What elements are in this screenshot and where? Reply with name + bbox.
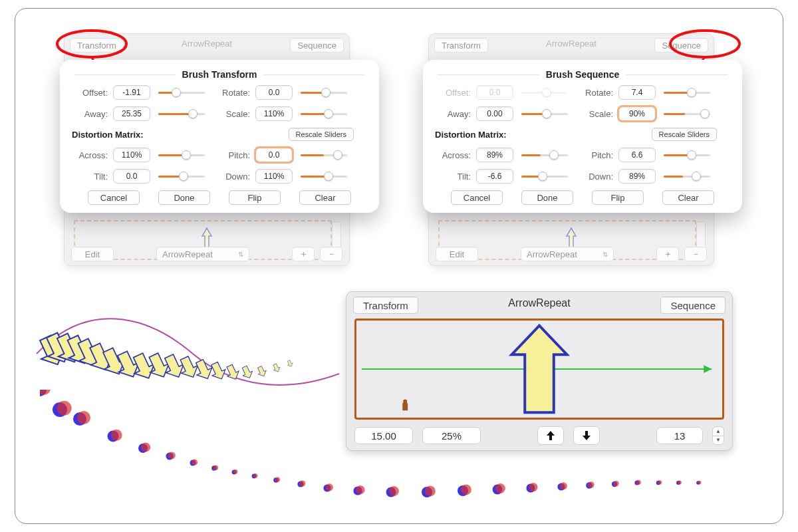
tilt-label: Tilt: xyxy=(72,172,108,182)
scale-field[interactable]: 90% xyxy=(618,106,656,121)
pitch-label: Pitch: xyxy=(580,150,613,160)
arrow-up-icon xyxy=(546,430,555,441)
tilt-slider[interactable] xyxy=(521,170,568,183)
rotate-field[interactable]: 7.4 xyxy=(618,85,656,100)
chevron-up-icon: ▲ xyxy=(713,427,724,436)
rotate-slider[interactable] xyxy=(301,86,347,99)
panel-title: ArrowRepeat xyxy=(429,39,714,49)
pitch-field[interactable]: 0.0 xyxy=(255,148,293,162)
across-label: Across: xyxy=(72,150,108,160)
remove-button[interactable]: － xyxy=(684,247,707,261)
away-label: Away: xyxy=(435,109,471,119)
flip-button[interactable]: Flip xyxy=(229,190,281,205)
tilt-slider[interactable] xyxy=(158,170,205,183)
brush-dropdown-label: ArrowRepeat xyxy=(527,249,577,259)
done-button[interactable]: Done xyxy=(158,190,210,205)
scale-slider[interactable] xyxy=(664,107,710,120)
count-stepper[interactable]: ▲ ▼ xyxy=(712,426,724,445)
brush-canvas-svg xyxy=(356,321,722,418)
rotate-field[interactable]: 0.0 xyxy=(255,85,293,100)
down-slider[interactable] xyxy=(301,170,347,183)
svg-marker-14 xyxy=(583,431,591,440)
clear-button[interactable]: Clear xyxy=(662,190,714,205)
flip-button[interactable]: Flip xyxy=(592,190,644,205)
add-button[interactable]: ＋ xyxy=(656,247,679,261)
distortion-matrix-label: Distortion Matrix: xyxy=(72,130,211,140)
away-slider[interactable] xyxy=(521,107,568,120)
move-up-button[interactable] xyxy=(537,426,564,445)
tilt-field[interactable]: -6.6 xyxy=(476,169,513,184)
cancel-button[interactable]: Cancel xyxy=(451,190,503,205)
edit-button[interactable]: Edit xyxy=(71,247,114,261)
rotate-slider[interactable] xyxy=(664,86,710,99)
tilt-field[interactable]: 0.0 xyxy=(113,169,150,184)
brush-dropdown[interactable]: ArrowRepeat ⇅ xyxy=(521,247,614,261)
spacing-field[interactable]: 15.00 xyxy=(354,427,413,444)
tilt-label: Tilt: xyxy=(435,172,471,182)
scale-field[interactable]: 110% xyxy=(255,106,293,121)
away-field[interactable]: 25.35 xyxy=(113,106,150,121)
popup-title: Brush Sequence xyxy=(546,69,619,80)
brush-sequence-popup: Brush Sequence Offset: 0.0 Rotate: 7.4 A… xyxy=(423,60,742,213)
chevron-down-icon: ▼ xyxy=(713,436,724,445)
svg-marker-13 xyxy=(547,431,555,440)
panel-title: ArrowRepeat xyxy=(65,39,349,49)
add-button[interactable]: ＋ xyxy=(292,247,315,261)
across-field[interactable]: 110% xyxy=(113,148,150,162)
across-label: Across: xyxy=(435,150,471,160)
rescale-sliders-button[interactable]: Rescale Sliders xyxy=(289,128,354,141)
offset-slider xyxy=(521,86,568,99)
arrow-down-icon xyxy=(582,430,591,441)
across-field[interactable]: 89% xyxy=(476,148,513,162)
move-down-button[interactable] xyxy=(573,426,600,445)
rotate-label: Rotate: xyxy=(580,88,613,98)
rescale-sliders-button[interactable]: Rescale Sliders xyxy=(652,128,717,141)
done-button[interactable]: Done xyxy=(521,190,573,205)
arrowrepeat-panel: Transform Sequence ArrowRepeat 15. xyxy=(346,291,733,451)
scale-label: Scale: xyxy=(580,109,613,119)
brush-dropdown-label: ArrowRepeat xyxy=(162,249,213,259)
clear-button[interactable]: Clear xyxy=(299,190,351,205)
pitch-slider[interactable] xyxy=(301,148,347,162)
away-field[interactable]: 0.00 xyxy=(476,106,513,121)
pitch-label: Pitch: xyxy=(217,150,250,160)
svg-point-12 xyxy=(403,400,407,404)
across-slider[interactable] xyxy=(521,148,568,162)
brush-dropdown[interactable]: ArrowRepeat ⇅ xyxy=(156,247,249,261)
distortion-matrix-label: Distortion Matrix: xyxy=(435,130,575,140)
chevron-updown-icon: ⇅ xyxy=(602,251,608,258)
chevron-updown-icon: ⇅ xyxy=(238,251,243,258)
brush-transform-popup: Brush Transform Offset: -1.91 Rotate: 0.… xyxy=(60,60,379,213)
brush-canvas[interactable] xyxy=(354,319,724,420)
down-label: Down: xyxy=(217,172,250,182)
edit-button[interactable]: Edit xyxy=(436,247,478,261)
rotate-label: Rotate: xyxy=(217,88,250,98)
down-field[interactable]: 89% xyxy=(618,169,656,184)
cancel-button[interactable]: Cancel xyxy=(88,190,140,205)
count-field[interactable]: 13 xyxy=(656,427,703,444)
panel-title: ArrowRepeat xyxy=(346,297,732,309)
svg-marker-10 xyxy=(704,365,712,373)
popup-title: Brush Transform xyxy=(182,69,257,80)
down-label: Down: xyxy=(580,172,613,182)
offset-field: 0.0 xyxy=(476,85,513,100)
away-slider[interactable] xyxy=(158,107,205,120)
scale-label: Scale: xyxy=(217,109,250,119)
pitch-slider[interactable] xyxy=(664,148,710,162)
scale-slider[interactable] xyxy=(301,107,347,120)
across-slider[interactable] xyxy=(158,148,205,162)
down-field[interactable]: 110% xyxy=(255,169,293,184)
pitch-field[interactable]: 6.6 xyxy=(618,148,656,162)
scale-field[interactable]: 25% xyxy=(422,427,481,444)
remove-button[interactable]: － xyxy=(320,247,342,261)
offset-slider[interactable] xyxy=(158,86,205,99)
offset-label: Offset: xyxy=(435,88,471,98)
down-slider[interactable] xyxy=(664,170,710,183)
offset-field[interactable]: -1.91 xyxy=(113,85,150,100)
away-label: Away: xyxy=(72,109,108,119)
offset-label: Offset: xyxy=(72,88,108,98)
